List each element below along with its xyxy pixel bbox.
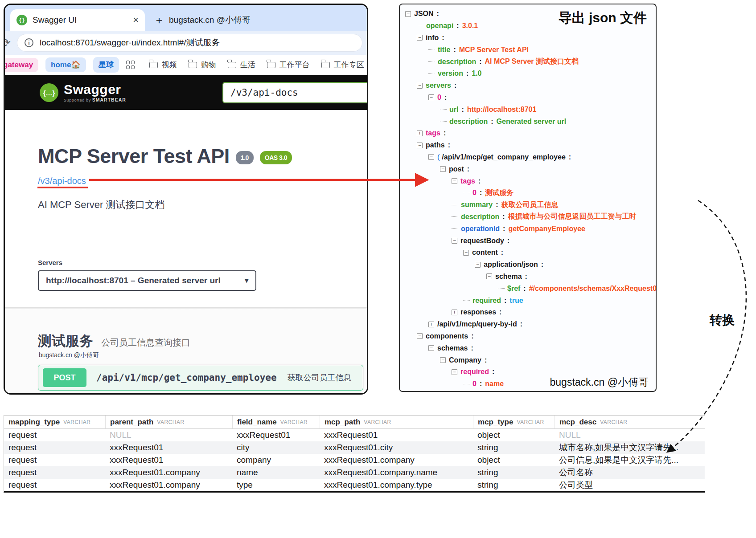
bookmark-home[interactable]: home🏠 [45, 57, 86, 72]
column-name: parent_path [110, 418, 153, 427]
json-tree-row: −Company: [402, 354, 656, 366]
json-tree-row: −post: [402, 163, 656, 175]
column-name: mcp_desc [559, 418, 596, 427]
json-key: JSON [414, 10, 434, 18]
json-tree-row: −requestBody: [402, 235, 656, 247]
table-row[interactable]: requestxxxRequest01cityxxxRequest01.city… [4, 441, 705, 454]
supported-by-text: Supported by [64, 98, 91, 102]
json-key: tags [460, 177, 475, 185]
table-row[interactable]: requestxxxRequest01companyxxxRequest01.c… [4, 454, 705, 466]
table-cell: type [232, 480, 320, 490]
endpoint-post-block[interactable]: POST /api/v1/mcp/get_company_employee 获取… [38, 365, 363, 391]
tree-expand-icon[interactable]: + [417, 130, 423, 136]
json-tree-row: $ref:#/components/schemas/XxxRequest01 [402, 282, 656, 294]
bookmark-folder[interactable]: 生活 [228, 60, 255, 70]
tree-expand-icon[interactable]: + [452, 310, 457, 315]
tree-collapse-icon[interactable]: − [417, 83, 423, 89]
api-docs-link[interactable]: /v3/api-docs [38, 176, 86, 186]
column-header-mcp_type[interactable]: mcp_typeVARCHAR [473, 416, 555, 428]
address-bar[interactable]: i localhost:8701/swagger-ui/index.html#/… [17, 34, 362, 52]
folder-icon [189, 62, 197, 68]
tag-section-header[interactable]: 测试服务 公司员工信息查询接口 [38, 332, 190, 351]
tree-collapse-icon[interactable]: − [417, 35, 423, 41]
tree-collapse-icon[interactable]: − [428, 154, 434, 160]
tree-collapse-icon[interactable]: − [475, 262, 481, 268]
tree-collapse-icon[interactable]: − [452, 178, 457, 184]
column-type: VARCHAR [157, 419, 184, 425]
colon: : [478, 177, 481, 185]
colon: : [456, 22, 459, 30]
json-value: getCompanyEmployee [508, 225, 585, 233]
table-cell: xxxRequest01 [232, 430, 320, 440]
table-cell: NULL [105, 430, 232, 440]
tree-collapse-icon[interactable]: − [428, 345, 434, 351]
server-select[interactable]: http://localhost:8701 – Generated server… [38, 270, 256, 291]
apps-grid-icon[interactable] [126, 61, 135, 69]
table-row[interactable]: requestxxxRequest01.companynamexxxReques… [4, 466, 705, 479]
tree-connector [428, 61, 435, 62]
json-tree-row: description:AI MCP Server 测试接口文档 [402, 56, 656, 68]
table-cell: name [232, 468, 320, 477]
tree-collapse-icon[interactable]: − [486, 273, 492, 279]
bookmark-gateway[interactable]: gateway [5, 58, 38, 72]
tree-collapse-icon[interactable]: − [428, 94, 434, 100]
explore-url-input[interactable]: /v3/api-docs [222, 82, 368, 103]
bookmark-folder[interactable]: 购物 [189, 60, 216, 70]
tab-close-icon[interactable]: × [133, 16, 139, 24]
site-info-icon[interactable]: i [25, 38, 33, 47]
bookmark-folder[interactable]: 工作平台 [267, 60, 310, 70]
tree-collapse-icon[interactable]: − [417, 143, 423, 148]
tree-collapse-icon[interactable]: − [452, 238, 457, 244]
column-header-mcp_desc[interactable]: mcp_descVARCHAR [555, 416, 705, 428]
browser-tab-swagger[interactable]: { } Swagger UI × [10, 9, 145, 31]
tree-collapse-icon[interactable]: − [405, 11, 411, 17]
json-key: required [460, 368, 489, 376]
table-row[interactable]: requestNULLxxxRequest01xxxRequest01objec… [4, 429, 705, 441]
tree-collapse-icon[interactable]: − [463, 250, 469, 256]
colon: : [437, 10, 439, 18]
colon: : [467, 165, 469, 173]
tree-collapse-icon[interactable]: − [440, 166, 446, 172]
column-header-mcp_path[interactable]: mcp_pathVARCHAR [320, 416, 473, 428]
colon: : [485, 356, 487, 364]
tree-connector [463, 384, 470, 384]
section-divider [5, 226, 367, 226]
folder-icon [321, 62, 330, 68]
tree-collapse-icon[interactable]: − [417, 333, 423, 339]
swagger-topbar: {…} Swagger Supported bySMARTBEAR /v3/ap… [5, 75, 367, 110]
table-cell: xxxRequest01.company [320, 455, 473, 465]
column-header-parent_path[interactable]: parent_pathVARCHAR [105, 416, 232, 428]
swagger-favicon-icon: { } [16, 15, 27, 25]
json-tree-row: +tags: [402, 127, 656, 139]
json-key: openapi [426, 22, 453, 30]
column-header-mapping_type[interactable]: mapping_typeVARCHAR [4, 416, 105, 428]
swagger-page: MCP Server Test API 1.0 OAS 3.0 /v3/api-… [5, 110, 367, 393]
column-header-field_name[interactable]: field_nameVARCHAR [232, 416, 320, 428]
explore-url-value: /v3/api-docs [230, 87, 298, 98]
bookmark-folder[interactable]: 视频 [149, 60, 177, 70]
oas-badge: OAS 3.0 [260, 151, 292, 164]
json-key: paths [426, 141, 445, 149]
table-row[interactable]: requestxxxRequest01.companytypexxxReques… [4, 479, 705, 491]
bookmark-xingqiu[interactable]: 星球 [93, 57, 119, 73]
table-cell: xxxRequest01.company [105, 468, 232, 477]
colon: : [444, 129, 446, 137]
tree-collapse-icon[interactable]: − [440, 357, 446, 363]
json-value: AI MCP Server 测试接口文档 [485, 57, 579, 66]
json-tree-row: title:MCP Server Test API [402, 44, 656, 56]
tab-title: Swagger UI [33, 15, 133, 25]
colon: : [523, 285, 526, 293]
endpoint-path: /api/v1/mcp/get_company_employee [96, 372, 277, 383]
table-cell: 公司名称 [555, 467, 705, 478]
browser-tab-bugstack[interactable]: ＋ bugstack.cn @小傅哥 [154, 9, 251, 31]
tree-collapse-icon[interactable]: − [452, 369, 457, 375]
tree-connector [440, 121, 447, 122]
reload-icon[interactable]: ⟳ [5, 36, 15, 50]
json-key: description [461, 213, 499, 221]
table-cell: request [4, 443, 105, 452]
json-tree-row: −application/json: [402, 259, 656, 271]
tree-expand-icon[interactable]: + [428, 322, 434, 327]
colon: : [499, 308, 501, 316]
json-tree-row: −servers: [402, 80, 656, 92]
bookmark-folder[interactable]: 工作专区 [321, 60, 364, 70]
